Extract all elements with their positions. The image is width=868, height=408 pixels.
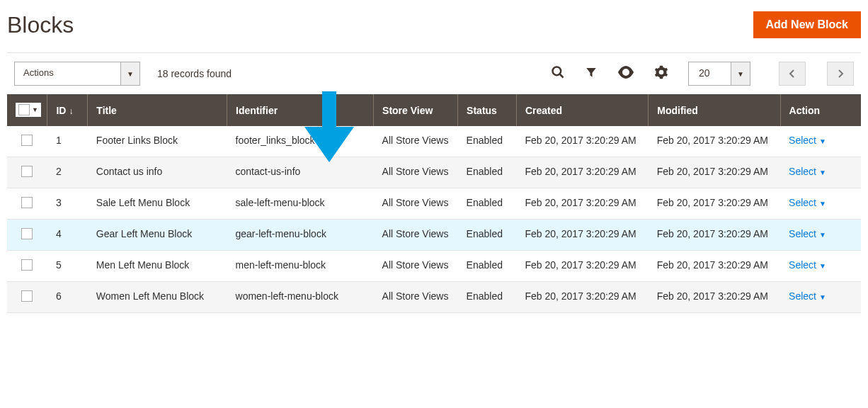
column-header-action[interactable]: Action	[780, 94, 861, 126]
chevron-down-icon[interactable]: ▼	[731, 62, 750, 86]
cell-title: Contact us info	[88, 157, 227, 188]
cell-title: Men Left Menu Block	[88, 251, 227, 282]
cell-id: 3	[47, 188, 88, 220]
add-new-block-button[interactable]: Add New Block	[753, 11, 861, 38]
cell-title: Sale Left Menu Block	[88, 188, 227, 220]
select-action-label: Select	[789, 228, 816, 239]
table-row[interactable]: 4Gear Left Menu Blockgear-left-menu-bloc…	[7, 220, 861, 251]
records-found-text: 18 records found	[157, 68, 232, 79]
row-checkbox[interactable]	[21, 197, 33, 208]
select-action-label: Select	[789, 135, 816, 146]
chevron-down-icon: ▼	[819, 137, 826, 145]
cell-id: 6	[47, 282, 88, 313]
cell-store-view: All Store Views	[374, 157, 458, 188]
blocks-table: ▼ ID↓ Title Identifier Store View Status…	[7, 94, 861, 313]
cell-created: Feb 20, 2017 3:20:29 AM	[516, 188, 648, 220]
svg-point-2	[624, 70, 628, 74]
per-page-select[interactable]: 20 ▼	[688, 62, 750, 86]
cell-status: Enabled	[458, 157, 517, 188]
table-row[interactable]: 5Men Left Menu Blockmen-left-menu-blockA…	[7, 251, 861, 282]
cell-modified: Feb 20, 2017 3:20:29 AM	[649, 220, 780, 251]
chevron-down-icon: ▼	[819, 200, 826, 208]
column-header-status[interactable]: Status	[458, 94, 517, 126]
select-action-label: Select	[789, 290, 816, 302]
cell-status: Enabled	[458, 188, 517, 220]
next-page-button[interactable]	[827, 62, 854, 86]
svg-point-0	[553, 67, 561, 75]
select-action-link[interactable]: Select▼	[789, 259, 826, 271]
chevron-down-icon: ▼	[819, 231, 826, 239]
cell-store-view: All Store Views	[374, 282, 458, 313]
column-header-store-view[interactable]: Store View	[374, 94, 458, 126]
table-row[interactable]: 6Women Left Menu Blockwomen-left-menu-bl…	[7, 282, 861, 313]
cell-created: Feb 20, 2017 3:20:29 AM	[516, 251, 648, 282]
cell-identifier: gear-left-menu-block	[227, 220, 374, 251]
cell-status: Enabled	[458, 282, 517, 313]
select-action-link[interactable]: Select▼	[789, 290, 826, 302]
cell-store-view: All Store Views	[374, 220, 458, 251]
select-action-link[interactable]: Select▼	[789, 135, 826, 146]
page-title: Blocks	[7, 12, 74, 38]
column-header-label: ID	[56, 105, 66, 116]
cell-id: 4	[47, 220, 88, 251]
cell-store-view: All Store Views	[374, 188, 458, 220]
cell-identifier: sale-left-menu-block	[227, 188, 374, 220]
column-header-id[interactable]: ID↓	[47, 94, 88, 126]
select-action-label: Select	[789, 259, 816, 271]
table-row[interactable]: 3Sale Left Menu Blocksale-left-menu-bloc…	[7, 188, 861, 220]
chevron-down-icon[interactable]: ▼	[32, 106, 38, 113]
cell-modified: Feb 20, 2017 3:20:29 AM	[649, 282, 780, 313]
eye-icon[interactable]	[617, 66, 634, 82]
select-action-link[interactable]: Select▼	[789, 228, 826, 239]
cell-identifier: women-left-menu-block	[227, 282, 374, 313]
row-checkbox[interactable]	[21, 259, 33, 271]
select-action-label: Select	[789, 197, 816, 208]
cell-id: 5	[47, 251, 88, 282]
cell-id: 1	[47, 126, 88, 157]
search-icon[interactable]	[551, 65, 565, 83]
sort-down-icon: ↓	[69, 106, 73, 116]
cell-store-view: All Store Views	[374, 126, 458, 157]
svg-line-1	[560, 74, 564, 77]
row-checkbox[interactable]	[21, 135, 33, 146]
select-action-link[interactable]: Select▼	[789, 166, 826, 177]
cell-modified: Feb 20, 2017 3:20:29 AM	[649, 251, 780, 282]
cell-modified: Feb 20, 2017 3:20:29 AM	[649, 188, 780, 220]
cell-status: Enabled	[458, 220, 517, 251]
cell-modified: Feb 20, 2017 3:20:29 AM	[649, 157, 780, 188]
cell-status: Enabled	[458, 126, 517, 157]
actions-dropdown-label: Actions	[14, 62, 120, 86]
actions-dropdown[interactable]: Actions ▼	[14, 62, 140, 86]
chevron-down-icon[interactable]: ▼	[120, 62, 140, 86]
cell-id: 2	[47, 157, 88, 188]
column-header-checkbox[interactable]: ▼	[7, 94, 47, 126]
column-header-modified[interactable]: Modified	[649, 94, 780, 126]
row-checkbox[interactable]	[21, 290, 33, 302]
select-all-checkbox[interactable]	[18, 104, 30, 115]
column-header-title[interactable]: Title	[88, 94, 227, 126]
gear-icon[interactable]	[654, 65, 668, 83]
annotation-arrow-icon	[304, 91, 354, 164]
cell-created: Feb 20, 2017 3:20:29 AM	[516, 126, 648, 157]
row-checkbox[interactable]	[21, 166, 33, 177]
cell-store-view: All Store Views	[374, 251, 458, 282]
cell-identifier: men-left-menu-block	[227, 251, 374, 282]
select-action-label: Select	[789, 166, 816, 177]
row-checkbox[interactable]	[21, 228, 33, 239]
filter-icon[interactable]	[585, 66, 598, 82]
cell-modified: Feb 20, 2017 3:20:29 AM	[649, 126, 780, 157]
chevron-down-icon: ▼	[819, 169, 826, 176]
table-row[interactable]: 2Contact us infocontact-us-infoAll Store…	[7, 157, 861, 188]
column-header-created[interactable]: Created	[516, 94, 648, 126]
cell-title: Footer Links Block	[88, 126, 227, 157]
cell-created: Feb 20, 2017 3:20:29 AM	[516, 282, 648, 313]
cell-status: Enabled	[458, 251, 517, 282]
prev-page-button[interactable]	[779, 62, 806, 86]
cell-title: Women Left Menu Block	[88, 282, 227, 313]
table-row[interactable]: 1Footer Links Blockfooter_links_blockAll…	[7, 126, 861, 157]
per-page-value: 20	[688, 62, 731, 86]
cell-created: Feb 20, 2017 3:20:29 AM	[516, 157, 648, 188]
select-action-link[interactable]: Select▼	[789, 197, 826, 208]
cell-title: Gear Left Menu Block	[88, 220, 227, 251]
cell-created: Feb 20, 2017 3:20:29 AM	[516, 220, 648, 251]
